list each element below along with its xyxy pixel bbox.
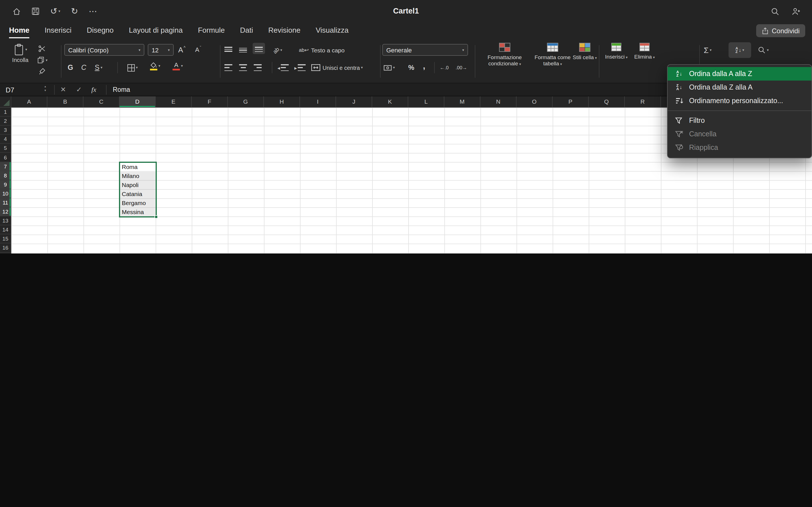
align-bottom-button[interactable]: [253, 43, 265, 54]
row-header-16[interactable]: 16: [0, 244, 11, 252]
row-header-11[interactable]: 11: [0, 198, 11, 207]
share-button[interactable]: Condividi: [756, 24, 805, 37]
row-header-13[interactable]: 13: [0, 216, 11, 225]
menu-item-ordinamento-personalizzato[interactable]: Ordinamento personalizzato...: [668, 94, 811, 108]
column-header-i[interactable]: I: [300, 96, 336, 107]
cancel-entry-icon[interactable]: ✕: [60, 83, 66, 96]
column-header-p[interactable]: P: [553, 96, 589, 107]
number-format-select[interactable]: Generale▾: [382, 44, 468, 56]
fill-color-button[interactable]: ▾: [150, 60, 160, 71]
ribbon-tab-layout-di-pagina[interactable]: Layout di pagina: [129, 22, 183, 40]
menu-item-ordina-dalla-a-alla-z[interactable]: AZ↓Ordina dalla A alla Z: [668, 67, 811, 80]
font-size-select[interactable]: 12▾: [148, 44, 174, 56]
underline-button[interactable]: S▾: [95, 62, 102, 73]
borders-button[interactable]: ▾: [128, 62, 138, 73]
decrease-font-size-button[interactable]: Aˇ: [195, 44, 201, 55]
share-user-icon[interactable]: [792, 7, 801, 15]
share-icon: [762, 27, 768, 34]
sort-filter-button[interactable]: AZ↓▾: [728, 42, 751, 58]
column-header-h[interactable]: H: [264, 96, 300, 107]
autosum-button[interactable]: Σ▾: [704, 45, 712, 56]
column-header-e[interactable]: E: [156, 96, 192, 107]
comma-style-button[interactable]: ,: [423, 62, 425, 73]
increase-indent-button[interactable]: ▶: [294, 62, 305, 73]
column-header-k[interactable]: K: [372, 96, 408, 107]
formula-value[interactable]: Roma: [113, 83, 130, 96]
column-header-o[interactable]: O: [516, 96, 553, 107]
row-header-9[interactable]: 9: [0, 180, 11, 189]
column-header-j[interactable]: J: [336, 96, 372, 107]
ribbon-tab-disegno[interactable]: Disegno: [87, 22, 114, 40]
wrap-text-button[interactable]: ab↩Testo a capo: [299, 45, 345, 56]
decrease-indent-button[interactable]: ◀: [277, 62, 289, 73]
column-header-q[interactable]: Q: [589, 96, 625, 107]
ribbon-tab-visualizza[interactable]: Visualizza: [316, 22, 349, 40]
row-header-7[interactable]: 7: [0, 162, 11, 171]
align-top-button[interactable]: [224, 45, 232, 56]
select-all-corner[interactable]: [0, 96, 11, 108]
column-header-l[interactable]: L: [408, 96, 444, 107]
row-header-14[interactable]: 14: [0, 225, 11, 234]
column-header-n[interactable]: N: [480, 96, 516, 107]
align-right-button[interactable]: [254, 62, 262, 73]
column-header-m[interactable]: M: [444, 96, 480, 107]
percent-button[interactable]: %: [408, 62, 414, 73]
row-header-2[interactable]: 2: [0, 117, 11, 126]
name-box-stepper[interactable]: ▲▼: [44, 86, 47, 92]
find-select-button[interactable]: ▾: [758, 45, 769, 56]
menu-item-ordina-dalla-z-alla-a[interactable]: ZA↓Ordina dalla Z alla A: [668, 80, 811, 94]
column-header-a[interactable]: A: [11, 96, 47, 107]
cut-button[interactable]: [38, 45, 46, 52]
column-header-g[interactable]: G: [228, 96, 264, 107]
cell-styles-button[interactable]: Stili cella▾: [572, 43, 598, 61]
row-header-5[interactable]: 5: [0, 144, 11, 153]
align-center-button[interactable]: [239, 62, 247, 73]
align-middle-button[interactable]: [239, 45, 247, 56]
decrease-decimal-button[interactable]: .00→: [456, 62, 467, 73]
italic-button[interactable]: C: [81, 62, 86, 73]
search-icon[interactable]: [771, 7, 779, 15]
confirm-entry-icon[interactable]: ✓: [76, 83, 82, 96]
menu-item-filtro[interactable]: Filtro: [668, 114, 811, 127]
alignment-group: ab▾ ab↩Testo a capo ◀ ▶ Unisci e centra▾: [223, 40, 379, 83]
row-header-15[interactable]: 15: [0, 235, 11, 244]
sort-az-icon: AZ↓: [674, 70, 684, 77]
align-left-button[interactable]: [224, 62, 232, 73]
font-color-button[interactable]: A▾: [172, 60, 183, 71]
fill-handle[interactable]: [154, 215, 158, 219]
ribbon-tab-dati[interactable]: Dati: [240, 22, 253, 40]
format-as-table-button[interactable]: Formatta come tabella▾: [535, 43, 571, 67]
column-header-d[interactable]: D: [119, 96, 156, 107]
insert-cells-button[interactable]: Inserisci▾: [602, 43, 630, 60]
column-header-f[interactable]: F: [192, 96, 228, 107]
row-header-1[interactable]: 1: [0, 108, 11, 117]
conditional-formatting-button[interactable]: Formattazione condizionale▾: [476, 43, 534, 67]
row-header-17[interactable]: 17: [0, 252, 11, 253]
row-header-12[interactable]: 12: [0, 207, 11, 216]
currency-button[interactable]: ▾: [384, 62, 395, 73]
row-header-3[interactable]: 3: [0, 126, 11, 135]
format-painter-button[interactable]: [38, 68, 46, 75]
increase-font-size-button[interactable]: A^: [178, 44, 186, 55]
column-header-c[interactable]: C: [84, 96, 119, 107]
ribbon-tab-formule[interactable]: Formule: [198, 22, 225, 40]
bold-button[interactable]: G: [68, 62, 73, 73]
ribbon-tab-revisione[interactable]: Revisione: [268, 22, 301, 40]
row-header-6[interactable]: 6: [0, 153, 11, 162]
merge-center-button[interactable]: Unisci e centra▾: [311, 62, 363, 73]
font-name-select[interactable]: Calibri (Corpo)▾: [64, 44, 144, 56]
name-box[interactable]: D7 ▲▼: [0, 83, 54, 96]
insert-function-icon[interactable]: fx: [91, 83, 96, 96]
delete-cells-button[interactable]: Elimina▾: [631, 43, 658, 60]
column-header-b[interactable]: B: [47, 96, 84, 107]
paste-button[interactable]: ▾ Incolla: [7, 43, 34, 63]
copy-button[interactable]: ▾: [37, 56, 48, 64]
orientation-button[interactable]: ab▾: [273, 45, 282, 56]
row-header-8[interactable]: 8: [0, 171, 11, 180]
row-header-4[interactable]: 4: [0, 135, 11, 144]
ribbon-tab-inserisci[interactable]: Inserisci: [45, 22, 71, 40]
row-header-10[interactable]: 10: [0, 189, 11, 198]
column-header-r[interactable]: R: [625, 96, 661, 107]
increase-decimal-button[interactable]: ←.0: [440, 62, 449, 73]
ribbon-tab-home[interactable]: Home: [9, 22, 29, 40]
